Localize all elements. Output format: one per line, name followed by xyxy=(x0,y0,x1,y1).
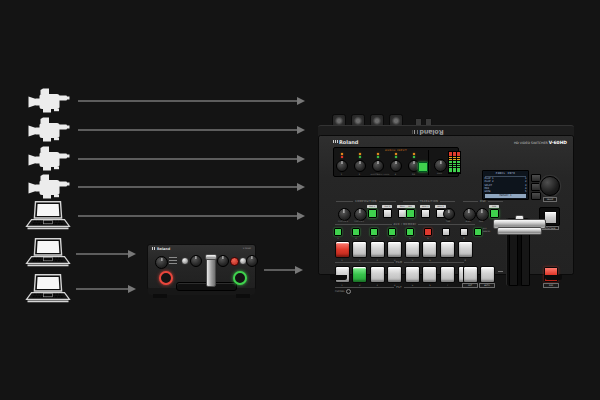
switcher-foot xyxy=(545,275,562,280)
phones-label-text: PHONES xyxy=(335,290,345,293)
transition-button-tag: MIX xyxy=(405,205,415,208)
audio-section: AUDIO INPUT 1 2 xyxy=(333,147,459,177)
transition-button-tag: WIPE 1 xyxy=(420,205,430,208)
aux-memory-mode-button xyxy=(474,228,482,236)
switcher-roland-logo: Roland xyxy=(333,139,358,145)
pst-key xyxy=(422,266,437,283)
arrow-camera-4-to-switcher xyxy=(78,186,297,188)
pst-label-text: PST xyxy=(396,286,402,289)
audio-level-label: AUDIO INPUT LEVEL xyxy=(334,173,426,175)
transition-buttons: MIX WIPE 1 WIPE 2 xyxy=(405,205,446,218)
composition-section-label: COMPOSITION xyxy=(336,200,396,203)
pgm-key xyxy=(370,241,385,258)
video-mixer-device: Roland V-02HD xyxy=(147,244,256,300)
aux-memory-key xyxy=(460,228,468,236)
composition-button xyxy=(368,209,377,218)
model-number-text: V-60HD xyxy=(549,140,567,145)
pgm-key xyxy=(352,241,367,258)
aux-key-number: 8 xyxy=(463,237,464,240)
mixer-model-text: V-02HD xyxy=(209,247,251,250)
audio-knob xyxy=(372,160,384,172)
aux-key-number: 2 xyxy=(355,237,356,240)
switcher-front-panel: Roland HD VIDEO SWITCHER V-60HD AUDIO IN… xyxy=(318,135,574,275)
level-meter xyxy=(456,151,461,174)
lcd-row: WIPE 5 xyxy=(485,190,527,193)
pst-key xyxy=(405,266,420,283)
display-button xyxy=(531,192,541,200)
mixer-ring-button-b xyxy=(233,271,247,285)
aux-memory-key xyxy=(424,228,432,236)
lcd-title: PANEL INFO xyxy=(485,172,527,176)
phones-jack-icon xyxy=(346,289,351,294)
arrow-laptop-2-to-mixer xyxy=(76,253,128,255)
pst-key xyxy=(370,266,385,283)
lcd-row-value: 5 xyxy=(525,190,527,193)
cut-button-tag: CUT xyxy=(462,283,478,288)
mixer-knob-1 xyxy=(155,256,168,269)
dsk-on-button xyxy=(490,209,499,218)
dsk-red-button-tag: DSK xyxy=(543,283,559,288)
pgm-key-row: 1 2 3 4 5 6 xyxy=(335,241,473,262)
aux-key-number: 1 xyxy=(337,237,338,240)
arrow-camera-3-to-switcher xyxy=(78,158,297,160)
dsk-on-button-group: PVW xyxy=(489,205,499,218)
arrow-laptop-3-to-mixer xyxy=(76,288,128,290)
auto-button xyxy=(480,266,495,283)
composition-knob-1 xyxy=(338,208,351,221)
video-camera-icon-1 xyxy=(28,88,70,118)
audio-input-knobs: 1 2 3 4 5/6 xyxy=(336,160,419,175)
aux-key-number: 6 xyxy=(427,237,428,240)
composition-button xyxy=(383,209,392,218)
aux-key-number: 4 xyxy=(391,237,392,240)
dsk-knob-1 xyxy=(463,208,476,221)
pgm-key-number: 8 xyxy=(464,259,465,262)
transition-label-text: TRANSITION xyxy=(420,200,439,203)
mixer-knob-2 xyxy=(190,255,202,267)
aux-memory-header: AUX / MEMORY xyxy=(335,223,475,226)
mixer-brand-text: Roland xyxy=(157,247,170,251)
lcd-footer: MEMORY 1 xyxy=(485,194,527,198)
mixer-print-line xyxy=(169,257,177,258)
tbar-arm-right xyxy=(521,232,530,286)
roland-logo-mark xyxy=(413,130,418,134)
value-dial-tag: VALUE xyxy=(543,197,557,202)
pst-key xyxy=(387,266,402,283)
mixer-foot xyxy=(236,294,250,298)
aux-memory-key xyxy=(406,228,414,236)
arrow-camera-1-to-switcher xyxy=(78,100,297,102)
composition-button-tag: PinP 1 xyxy=(367,205,377,208)
mixer-knob-3 xyxy=(217,255,229,267)
aux-key-number: 7 xyxy=(445,237,446,240)
laptop-icon-3 xyxy=(25,274,71,309)
laptop-icon-1 xyxy=(25,201,71,236)
video-camera-icon-4 xyxy=(28,174,70,204)
value-dial xyxy=(540,176,560,196)
tbar-arm-left xyxy=(509,232,518,286)
audio-section-header: AUDIO INPUT xyxy=(334,149,458,152)
roland-logo-mark xyxy=(333,140,338,144)
mixer-foot xyxy=(153,294,167,298)
audio-divider xyxy=(428,150,429,175)
aux-memory-header-text: AUX / MEMORY xyxy=(394,223,417,226)
mode-label: AUX xyxy=(483,227,490,229)
transition-section-label: TRANSITION xyxy=(403,200,455,203)
mode-label: MEMORY xyxy=(483,230,490,232)
dsk-knob-label-2: GAIN xyxy=(473,220,489,222)
aux-key-number: 5 xyxy=(409,237,410,240)
aux-memory-mode-labels: AUXMEMORY xyxy=(483,227,490,232)
dsk-label-text: DSK xyxy=(480,200,486,203)
arrow-mixer-to-switcher xyxy=(264,269,295,271)
switcher-product-title: HD VIDEO SWITCHER V-60HD xyxy=(469,140,567,145)
video-camera-icon-3 xyxy=(28,146,70,176)
pgm-key xyxy=(405,241,420,258)
pgm-key xyxy=(335,241,350,258)
pgm-key xyxy=(387,241,402,258)
pst-row-label: PST xyxy=(335,286,464,289)
pst-key xyxy=(440,266,455,283)
audio-main-knob xyxy=(434,159,447,172)
transition-button xyxy=(406,209,415,218)
pst-key xyxy=(352,266,367,283)
audio-knob xyxy=(354,160,366,172)
switcher-foot xyxy=(330,275,347,280)
composition-label-text: COMPOSITION xyxy=(355,200,377,203)
